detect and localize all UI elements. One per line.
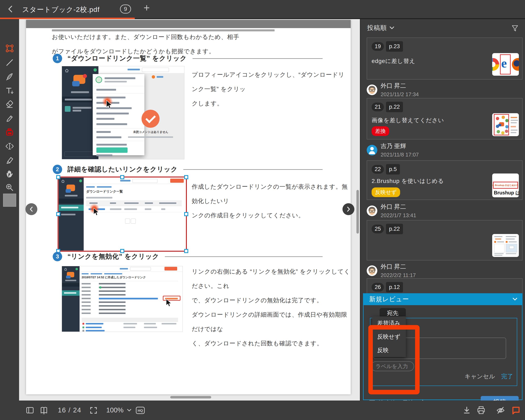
step3-heading: 3 “リンクを無効化” をクリック bbox=[53, 252, 323, 261]
avatar[interactable] bbox=[367, 145, 377, 155]
new-review-panel: 新規レビュー 宛先 ラベルを入力 キャンセル 完了 差替済み 反映せず 反映 bbox=[363, 293, 523, 400]
document-canvas[interactable]: お使いいただけます。また、ダウンロード回数もわかるため、相手 がファイルをダウン… bbox=[19, 19, 360, 401]
blurred-text-line bbox=[494, 255, 502, 256]
selection-handle[interactable] bbox=[56, 212, 60, 216]
mock-step-dot bbox=[494, 241, 496, 243]
comment-page-badge[interactable]: p.22 bbox=[386, 224, 403, 234]
next-page-button[interactable] bbox=[342, 203, 354, 215]
blurred-text-line bbox=[506, 239, 515, 240]
comment-card[interactable]: 25 p.22 bbox=[367, 220, 523, 261]
comment-card[interactable]: 19 p.23 edgeに差し替え e bbox=[367, 37, 523, 80]
add-tab-button[interactable]: + bbox=[144, 2, 150, 14]
comment-badges: 26 p.12 bbox=[372, 282, 403, 292]
text-cursor-tool-icon[interactable] bbox=[0, 141, 19, 151]
highlighter-tool-icon[interactable] bbox=[0, 155, 19, 165]
print-icon[interactable] bbox=[476, 405, 486, 415]
prev-page-button[interactable] bbox=[25, 203, 37, 215]
comment-bubble-icon[interactable] bbox=[511, 405, 521, 415]
quill-tool-icon[interactable] bbox=[0, 72, 19, 81]
status-label: 反映せず bbox=[372, 187, 400, 197]
desc-line: く、ダウンロードされた回数も確認できます。 bbox=[192, 336, 351, 350]
comment-page-badge[interactable]: p.12 bbox=[386, 282, 403, 292]
comment-thumbnail[interactable]: 2. Brushup のはじめかた Brushup は bbox=[492, 174, 519, 197]
text-tool-icon[interactable] bbox=[0, 86, 19, 95]
blurred-text-line bbox=[511, 132, 516, 133]
pdf-page: お使いいただけます。また、ダウンロード回数もわかるため、相手 がファイルをダウン… bbox=[26, 20, 351, 394]
menu-item-not-reflected[interactable]: 反映せず bbox=[372, 330, 406, 344]
select-tool-icon[interactable] bbox=[0, 44, 19, 53]
filter-funnel-icon[interactable] bbox=[511, 24, 519, 32]
comment-page-badge[interactable]: p.23 bbox=[386, 41, 403, 52]
hand-tool-icon[interactable] bbox=[0, 169, 19, 178]
selected-annotation-frame[interactable]: ダウンロードリンク一覧 bbox=[58, 177, 187, 252]
stamp-tool-icon[interactable] bbox=[0, 128, 19, 137]
back-icon[interactable] bbox=[6, 5, 15, 14]
menu-item-reflected[interactable]: 反映 bbox=[372, 344, 406, 357]
diagram-node bbox=[501, 131, 505, 135]
comment-card[interactable]: 22 p.5 2.Brushup を使いはじめる 反映せず 2. Brushup… bbox=[367, 160, 523, 200]
comment-number-badge: 25 bbox=[372, 224, 384, 233]
attribute-checkbox-row: 投稿後に属性を変更する bbox=[369, 399, 444, 401]
author-name: 外口 昇二 bbox=[381, 263, 416, 271]
avatar[interactable] bbox=[367, 205, 377, 216]
hq-quality-icon[interactable]: HQ bbox=[135, 405, 146, 415]
mock-primary-button bbox=[170, 179, 184, 183]
eraser-tool-icon[interactable] bbox=[0, 100, 19, 109]
diagram-node bbox=[505, 130, 508, 133]
document-title: スタートブック-2校.pdf bbox=[22, 5, 100, 14]
comment-page-badge[interactable]: p.5 bbox=[386, 164, 400, 175]
comment-card[interactable]: 21 p.22 画像を差し替えてください 差換 bbox=[367, 98, 523, 140]
pencil-tool-icon[interactable] bbox=[0, 114, 19, 123]
book-spread-icon[interactable] bbox=[39, 405, 49, 415]
step1-screenshot: 未読コメントはありません bbox=[62, 66, 184, 159]
selection-handle[interactable] bbox=[184, 212, 188, 216]
selection-handle[interactable] bbox=[56, 175, 60, 179]
blurred-text-line bbox=[123, 327, 135, 328]
new-review-header[interactable]: 新規レビュー bbox=[363, 293, 523, 305]
comment-thumbnail[interactable] bbox=[492, 113, 519, 136]
vertical-scrollbar[interactable] bbox=[356, 190, 359, 233]
comment-thumbnail[interactable] bbox=[492, 234, 519, 257]
comment-thumbnail[interactable]: e bbox=[492, 53, 519, 76]
download-icon[interactable] bbox=[462, 405, 472, 415]
avatar[interactable] bbox=[367, 265, 377, 276]
new-review-title: 新規レビュー bbox=[369, 295, 409, 304]
tab-count-badge[interactable]: 9 bbox=[120, 5, 131, 14]
label-input[interactable]: ラベルを入力 bbox=[371, 361, 414, 371]
mock-mini-shot bbox=[509, 246, 514, 249]
blurred-text-line bbox=[123, 323, 137, 324]
cancel-button[interactable]: キャンセル bbox=[465, 373, 495, 381]
diagram-node bbox=[496, 117, 499, 120]
selection-handle[interactable] bbox=[120, 175, 124, 179]
comment-number-badge: 26 bbox=[372, 283, 384, 292]
mock-topbar bbox=[84, 177, 186, 184]
color-swatch[interactable] bbox=[3, 194, 16, 207]
fullscreen-icon[interactable] bbox=[89, 405, 98, 415]
comment-page-badge[interactable]: p.22 bbox=[386, 102, 403, 112]
line-tool-icon[interactable] bbox=[0, 58, 19, 67]
comment-author-row: 外口 昇二 2021/11/2 17:34 bbox=[367, 82, 419, 98]
blurred-text-line bbox=[157, 76, 163, 78]
mock-sidebar bbox=[59, 177, 84, 251]
mock-primary-button bbox=[164, 267, 177, 271]
submit-button[interactable]: 投稿 bbox=[481, 396, 519, 401]
done-button[interactable]: 完了 bbox=[501, 373, 513, 381]
annotation-red-box: 2. Brushup のはじめかた bbox=[493, 182, 518, 189]
step2-screenshot: ダウンロードリンク一覧 bbox=[59, 177, 186, 251]
panel-layout-icon[interactable] bbox=[25, 405, 35, 415]
sort-order-dropdown[interactable]: 投稿順 bbox=[367, 24, 394, 32]
avatar[interactable] bbox=[367, 84, 377, 95]
mock-page-title: ダウンロードリンク一覧 bbox=[86, 189, 123, 194]
step2-heading: 2 詳細を確認したいリンクをクリック bbox=[53, 165, 323, 174]
menu-item-replaced[interactable]: 差替済み bbox=[372, 317, 406, 330]
mock-file-icon bbox=[83, 327, 84, 328]
horizontal-scrollbar[interactable] bbox=[170, 396, 211, 399]
selection-handle[interactable] bbox=[184, 175, 188, 179]
hide-annotations-icon[interactable] bbox=[496, 405, 506, 415]
zoom-in-tool-icon[interactable] bbox=[0, 183, 19, 192]
blurred-text-line bbox=[96, 118, 114, 120]
blurred-text-line bbox=[144, 327, 157, 328]
zoom-level-dropdown[interactable]: 100% bbox=[106, 406, 131, 414]
firefox-logo bbox=[512, 58, 519, 71]
blurred-breadcrumb bbox=[86, 186, 95, 188]
